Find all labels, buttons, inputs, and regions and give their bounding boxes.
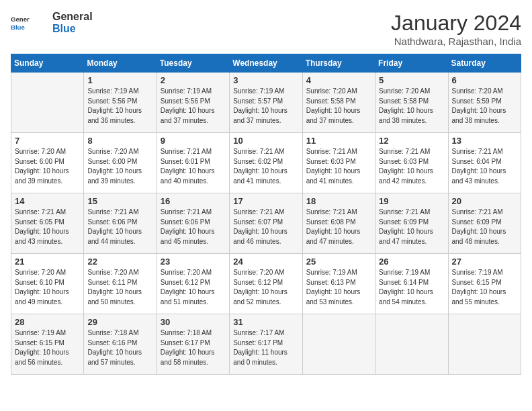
header-thursday: Thursday xyxy=(302,54,375,73)
day-info: Sunrise: 7:19 AMSunset: 5:57 PMDaylight:… xyxy=(233,87,298,126)
day-cell-w1-d2: 1Sunrise: 7:19 AMSunset: 5:56 PMDaylight… xyxy=(84,73,157,133)
day-cell-w3-d4: 17Sunrise: 7:21 AMSunset: 6:07 PMDayligh… xyxy=(230,193,302,254)
week-row-1: 1Sunrise: 7:19 AMSunset: 5:56 PMDaylight… xyxy=(11,73,521,133)
day-number: 23 xyxy=(161,257,226,267)
day-cell-w2-d3: 9Sunrise: 7:21 AMSunset: 6:01 PMDaylight… xyxy=(157,133,229,193)
day-info: Sunrise: 7:19 AMSunset: 6:14 PMDaylight:… xyxy=(379,268,444,307)
day-info: Sunrise: 7:21 AMSunset: 6:06 PMDaylight:… xyxy=(87,208,152,246)
day-cell-w5-d3: 30Sunrise: 7:18 AMSunset: 6:17 PMDayligh… xyxy=(157,314,229,375)
day-number: 14 xyxy=(15,196,80,206)
day-number: 8 xyxy=(87,136,152,146)
day-info: Sunrise: 7:17 AMSunset: 6:17 PMDaylight:… xyxy=(233,328,298,367)
day-cell-w1-d3: 2Sunrise: 7:19 AMSunset: 5:56 PMDaylight… xyxy=(157,73,229,133)
header-wednesday: Wednesday xyxy=(230,54,302,73)
day-info: Sunrise: 7:20 AMSunset: 6:12 PMDaylight:… xyxy=(233,268,298,307)
day-info: Sunrise: 7:20 AMSunset: 5:58 PMDaylight:… xyxy=(306,87,371,126)
day-info: Sunrise: 7:20 AMSunset: 5:58 PMDaylight:… xyxy=(379,87,444,126)
day-cell-w2-d4: 10Sunrise: 7:21 AMSunset: 6:02 PMDayligh… xyxy=(230,133,302,193)
header-friday: Friday xyxy=(375,54,448,73)
day-info: Sunrise: 7:21 AMSunset: 6:09 PMDaylight:… xyxy=(379,208,444,246)
day-cell-w2-d6: 12Sunrise: 7:21 AMSunset: 6:03 PMDayligh… xyxy=(375,133,448,193)
day-cell-w3-d7: 20Sunrise: 7:21 AMSunset: 6:09 PMDayligh… xyxy=(448,193,521,254)
day-info: Sunrise: 7:20 AMSunset: 6:12 PMDaylight:… xyxy=(161,268,226,307)
day-info: Sunrise: 7:19 AMSunset: 6:15 PMDaylight:… xyxy=(452,268,517,307)
day-number: 30 xyxy=(161,317,226,327)
month-title: January 2024 xyxy=(391,11,521,36)
day-number: 24 xyxy=(233,257,298,267)
day-info: Sunrise: 7:21 AMSunset: 6:08 PMDaylight:… xyxy=(306,208,371,246)
day-info: Sunrise: 7:19 AMSunset: 5:56 PMDaylight:… xyxy=(161,87,226,126)
logo-text-blue: Blue xyxy=(52,23,93,35)
day-number: 12 xyxy=(379,136,444,146)
week-row-4: 21Sunrise: 7:20 AMSunset: 6:10 PMDayligh… xyxy=(11,254,521,314)
day-cell-w3-d5: 18Sunrise: 7:21 AMSunset: 6:08 PMDayligh… xyxy=(302,193,375,254)
logo: General Blue General Blue xyxy=(11,11,93,34)
day-number: 11 xyxy=(306,136,371,146)
day-number: 10 xyxy=(233,136,298,146)
day-info: Sunrise: 7:20 AMSunset: 6:00 PMDaylight:… xyxy=(15,147,80,186)
page-header: General Blue General Blue January 2024 N… xyxy=(11,11,521,47)
day-number: 22 xyxy=(87,257,152,267)
day-cell-w3-d3: 16Sunrise: 7:21 AMSunset: 6:06 PMDayligh… xyxy=(157,193,229,254)
day-cell-w4-d6: 26Sunrise: 7:19 AMSunset: 6:14 PMDayligh… xyxy=(375,254,448,314)
day-cell-w5-d2: 29Sunrise: 7:18 AMSunset: 6:16 PMDayligh… xyxy=(84,314,157,375)
day-cell-w4-d3: 23Sunrise: 7:20 AMSunset: 6:12 PMDayligh… xyxy=(157,254,229,314)
day-cell-w5-d5 xyxy=(302,314,375,375)
day-cell-w4-d5: 25Sunrise: 7:19 AMSunset: 6:13 PMDayligh… xyxy=(302,254,375,314)
svg-text:Blue: Blue xyxy=(11,23,25,30)
week-row-3: 14Sunrise: 7:21 AMSunset: 6:05 PMDayligh… xyxy=(11,193,521,254)
day-number: 9 xyxy=(161,136,226,146)
day-cell-w4-d7: 27Sunrise: 7:19 AMSunset: 6:15 PMDayligh… xyxy=(448,254,521,314)
day-number: 18 xyxy=(306,196,371,206)
header-sunday: Sunday xyxy=(11,54,84,73)
day-cell-w1-d7: 6Sunrise: 7:20 AMSunset: 5:59 PMDaylight… xyxy=(448,73,521,133)
day-number: 1 xyxy=(87,75,152,85)
logo-icon: General Blue xyxy=(11,13,30,32)
day-number: 13 xyxy=(452,136,517,146)
day-info: Sunrise: 7:21 AMSunset: 6:09 PMDaylight:… xyxy=(452,208,517,246)
week-row-2: 7Sunrise: 7:20 AMSunset: 6:00 PMDaylight… xyxy=(11,133,521,193)
day-info: Sunrise: 7:18 AMSunset: 6:17 PMDaylight:… xyxy=(161,328,226,367)
day-number: 5 xyxy=(379,75,444,85)
day-info: Sunrise: 7:21 AMSunset: 6:06 PMDaylight:… xyxy=(161,208,226,246)
header-monday: Monday xyxy=(84,54,157,73)
day-number: 17 xyxy=(233,196,298,206)
day-number: 26 xyxy=(379,257,444,267)
day-info: Sunrise: 7:21 AMSunset: 6:05 PMDaylight:… xyxy=(15,208,80,246)
day-cell-w3-d1: 14Sunrise: 7:21 AMSunset: 6:05 PMDayligh… xyxy=(11,193,84,254)
title-block: January 2024 Nathdwara, Rajasthan, India xyxy=(391,11,521,47)
day-number: 21 xyxy=(15,257,80,267)
day-number: 28 xyxy=(15,317,80,327)
day-number: 16 xyxy=(161,196,226,206)
day-cell-w1-d4: 3Sunrise: 7:19 AMSunset: 5:57 PMDaylight… xyxy=(230,73,302,133)
day-cell-w4-d1: 21Sunrise: 7:20 AMSunset: 6:10 PMDayligh… xyxy=(11,254,84,314)
day-info: Sunrise: 7:20 AMSunset: 6:11 PMDaylight:… xyxy=(87,268,152,307)
day-number: 19 xyxy=(379,196,444,206)
header-tuesday: Tuesday xyxy=(157,54,229,73)
day-info: Sunrise: 7:19 AMSunset: 5:56 PMDaylight:… xyxy=(87,87,152,126)
location-subtitle: Nathdwara, Rajasthan, India xyxy=(391,36,521,47)
day-cell-w2-d2: 8Sunrise: 7:20 AMSunset: 6:00 PMDaylight… xyxy=(84,133,157,193)
day-cell-w2-d5: 11Sunrise: 7:21 AMSunset: 6:03 PMDayligh… xyxy=(302,133,375,193)
day-cell-w5-d1: 28Sunrise: 7:19 AMSunset: 6:15 PMDayligh… xyxy=(11,314,84,375)
day-cell-w1-d1 xyxy=(11,73,84,133)
day-info: Sunrise: 7:21 AMSunset: 6:04 PMDaylight:… xyxy=(452,147,517,186)
day-info: Sunrise: 7:20 AMSunset: 6:10 PMDaylight:… xyxy=(15,268,80,307)
day-number: 2 xyxy=(161,75,226,85)
day-cell-w3-d6: 19Sunrise: 7:21 AMSunset: 6:09 PMDayligh… xyxy=(375,193,448,254)
logo-text-general: General xyxy=(52,11,93,23)
day-number: 6 xyxy=(452,75,517,85)
header-row: Sunday Monday Tuesday Wednesday Thursday… xyxy=(11,54,521,73)
day-number: 25 xyxy=(306,257,371,267)
day-info: Sunrise: 7:21 AMSunset: 6:07 PMDaylight:… xyxy=(233,208,298,246)
day-cell-w3-d2: 15Sunrise: 7:21 AMSunset: 6:06 PMDayligh… xyxy=(84,193,157,254)
week-row-5: 28Sunrise: 7:19 AMSunset: 6:15 PMDayligh… xyxy=(11,314,521,375)
day-cell-w5-d6 xyxy=(375,314,448,375)
day-info: Sunrise: 7:18 AMSunset: 6:16 PMDaylight:… xyxy=(87,328,152,367)
day-cell-w5-d7 xyxy=(448,314,521,375)
day-number: 27 xyxy=(452,257,517,267)
day-info: Sunrise: 7:19 AMSunset: 6:15 PMDaylight:… xyxy=(15,328,80,367)
day-info: Sunrise: 7:21 AMSunset: 6:02 PMDaylight:… xyxy=(233,147,298,186)
day-info: Sunrise: 7:19 AMSunset: 6:13 PMDaylight:… xyxy=(306,268,371,307)
day-cell-w1-d5: 4Sunrise: 7:20 AMSunset: 5:58 PMDaylight… xyxy=(302,73,375,133)
